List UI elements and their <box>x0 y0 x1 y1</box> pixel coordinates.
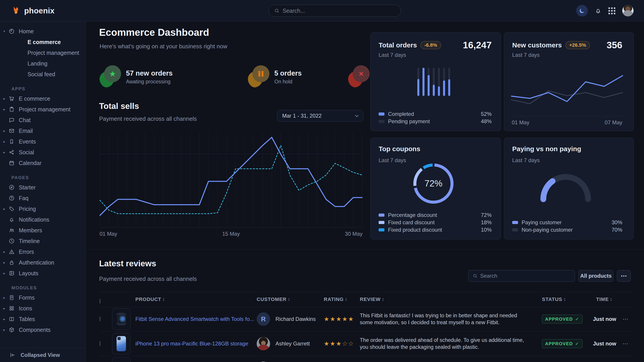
theme-toggle-button[interactable] <box>576 5 588 16</box>
sidebar-item-components[interactable]: ▸Components <box>0 325 86 335</box>
column-header-rating[interactable]: RATING▴▾ <box>324 297 347 302</box>
all-products-button[interactable]: All products <box>578 270 613 282</box>
legend-value: 70% <box>612 227 622 233</box>
row-checkbox[interactable] <box>100 317 100 321</box>
sidebar-item-starter[interactable]: Starter <box>0 182 86 193</box>
sidebar: ▾HomeE commerceProject managementLanding… <box>0 21 86 362</box>
global-search[interactable] <box>268 5 401 17</box>
sidebar-item-project-management[interactable]: Project management <box>0 47 86 58</box>
card-period: Last 7 days <box>512 52 540 58</box>
review-text: The order was delivered ahead of schedul… <box>360 337 527 351</box>
bell-icon[interactable] <box>594 7 602 14</box>
chevron-right-icon: ▸ <box>0 306 8 311</box>
reviews-search-input[interactable] <box>480 273 570 279</box>
pause-icon <box>258 71 263 77</box>
stat-item: 5 ordersOn hold <box>248 65 302 88</box>
search-icon <box>274 8 280 13</box>
row-more-button[interactable]: ⋯ <box>622 340 628 347</box>
status-badge: APPROVED ✓ <box>542 315 582 324</box>
sidebar-item-label: Project management <box>28 50 79 56</box>
sidebar-item-label: Chat <box>19 117 31 123</box>
sidebar-item-label: Landing <box>28 60 48 67</box>
sidebar-item-tables[interactable]: ▸Tables <box>0 314 86 325</box>
sidebar-item-project-management[interactable]: ▸Project management <box>0 104 86 115</box>
chevron-right-icon: ▸ <box>0 207 8 211</box>
brand-logo[interactable]: phoenix <box>11 6 54 16</box>
user-avatar[interactable] <box>622 5 634 16</box>
sidebar-item-layouts[interactable]: ▸Layouts <box>0 268 86 279</box>
legend-row: Fixed card discount18% <box>378 219 492 226</box>
sidebar-item-social[interactable]: ▸Social <box>0 147 86 158</box>
sidebar-item-label: Faq <box>19 195 28 201</box>
chevron-right-icon: ▸ <box>0 150 8 155</box>
legend-swatch <box>378 112 384 116</box>
row-checkbox[interactable] <box>100 342 100 346</box>
card-title: Paying vs non paying <box>512 145 581 153</box>
sidebar-item-errors[interactable]: ▸Errors <box>0 246 86 257</box>
collapsed-view-toggle[interactable]: Collapsed View <box>0 348 85 362</box>
rating-stars: ★★★☆☆ <box>324 340 354 347</box>
chevron-right-icon: ▸ <box>0 295 8 300</box>
table-row <box>86 356 644 362</box>
customer-avatar[interactable]: R <box>257 312 270 326</box>
sidebar-item-social-feed[interactable]: Social feed <box>0 69 86 80</box>
column-header-status[interactable]: STATUS▴▾ <box>542 297 566 302</box>
top-coupons-legend: Percentage discount72%Fixed card discoun… <box>378 211 492 233</box>
legend-label: Non-paying customer <box>522 227 572 233</box>
sidebar-item-notifications[interactable]: Notifications <box>0 214 86 225</box>
x-tick: 30 May <box>345 231 362 237</box>
legend-row: Paying customer30% <box>512 219 622 226</box>
legend-swatch <box>378 120 384 123</box>
stat-icon: ✕ <box>348 65 370 88</box>
sidebar-section-title: PAGES <box>12 175 86 180</box>
stat-icon <box>248 65 270 88</box>
column-header-product[interactable]: PRODUCT▴▾ <box>136 297 164 302</box>
total-sells-title: Total sells <box>99 101 139 111</box>
review-time: Just now <box>593 341 616 347</box>
column-header-customer[interactable]: CUSTOMER▴▾ <box>257 297 290 302</box>
product-link[interactable]: Fitbit Sense Advanced Smartwatch with To… <box>136 316 254 322</box>
chevron-right-icon: ▸ <box>0 328 8 332</box>
customer-avatar[interactable] <box>257 337 270 350</box>
sidebar-item-label: Project management <box>19 106 70 113</box>
legend-swatch <box>378 214 384 217</box>
select-all-checkbox[interactable] <box>100 299 100 304</box>
sidebar-item-faq[interactable]: Faq <box>0 193 86 203</box>
table-top-border <box>99 292 634 292</box>
product-link[interactable]: iPhone 13 pro max-Pacific Blue-128GB sto… <box>136 341 248 347</box>
page-title: Ecommerce Dashboard <box>99 27 209 38</box>
sidebar-group-home[interactable]: ▾Home <box>0 26 86 37</box>
pie-icon <box>8 28 15 34</box>
date-range-select[interactable]: Mar 1 - 31, 2022 <box>277 110 363 122</box>
total-sells-chart <box>100 131 362 228</box>
sidebar-item-e-commerce[interactable]: ▸E commerce <box>0 93 86 104</box>
global-search-input[interactable] <box>282 7 396 14</box>
row-more-button[interactable]: ⋯ <box>622 316 628 323</box>
sidebar-item-pricing[interactable]: ▸Pricing <box>0 203 86 214</box>
sidebar-item-e-commerce[interactable]: E commerce <box>0 37 86 47</box>
apps-grid-icon[interactable] <box>608 7 615 14</box>
reviews-search[interactable] <box>468 270 575 282</box>
sidebar-item-chat[interactable]: Chat <box>0 115 86 125</box>
layout-icon <box>8 270 15 276</box>
sidebar-section-title: MODULES <box>12 285 86 291</box>
more-options-button[interactable]: ⋯ <box>617 270 631 282</box>
bell-icon <box>8 216 15 223</box>
users-icon <box>8 227 15 233</box>
sidebar-item-authentication[interactable]: ▸Authentication <box>0 257 86 268</box>
legend-row: Non-paying customer70% <box>512 226 622 233</box>
sidebar-item-timeline[interactable]: Timeline <box>0 236 86 246</box>
new-customers-x-axis: 01 May 07 May <box>512 119 622 126</box>
sidebar-item-members[interactable]: Members <box>0 225 86 236</box>
column-header-review[interactable]: REVIEW▴▾ <box>360 297 384 302</box>
column-header-time[interactable]: TIME▴▾ <box>596 297 612 302</box>
chevron-right-icon: ▸ <box>0 271 8 276</box>
sidebar-item-calendar[interactable]: Calendar <box>0 158 86 168</box>
star-icon: ★ <box>109 69 116 78</box>
sidebar-item-icons[interactable]: ▸Icons <box>0 303 86 314</box>
x-tick: 07 May <box>604 119 622 126</box>
sidebar-item-landing[interactable]: Landing <box>0 58 86 69</box>
sidebar-item-forms[interactable]: ▸Forms <box>0 292 86 303</box>
sidebar-item-events[interactable]: ▸Events <box>0 136 86 147</box>
sidebar-item-email[interactable]: ▸Email <box>0 125 86 136</box>
